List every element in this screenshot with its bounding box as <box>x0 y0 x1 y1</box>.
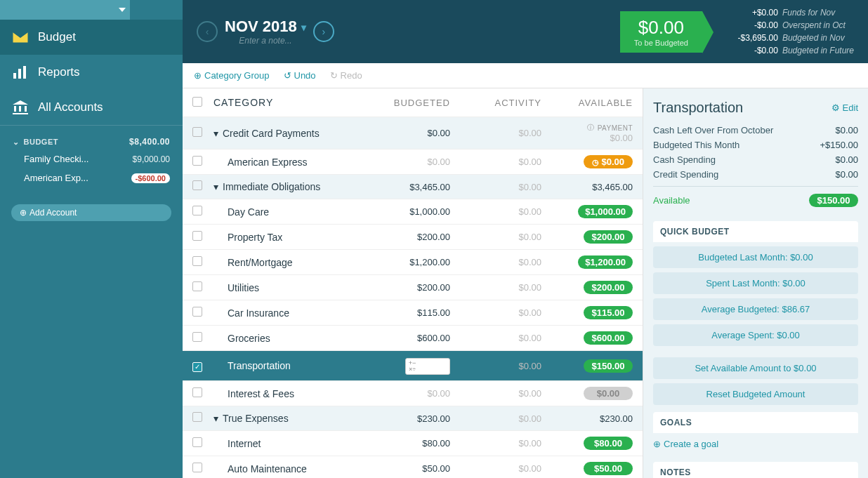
header-category: CATEGORY <box>213 97 359 108</box>
nav-budget[interactable]: Budget <box>0 20 183 55</box>
available-pill[interactable]: $150.00 <box>584 359 633 373</box>
category-budgeted[interactable]: $50.00 <box>359 463 450 474</box>
svg-rect-2 <box>23 66 26 79</box>
category-budgeted[interactable]: $80.00 <box>359 438 450 449</box>
category-row[interactable]: Auto Maintenance $50.00 $0.00 $50.00 <box>183 456 643 478</box>
account-row-amex[interactable]: American Exp... -$600.00 <box>10 168 173 187</box>
next-month-button[interactable]: › <box>313 21 334 42</box>
category-budgeted[interactable]: $1,000.00 <box>359 206 450 217</box>
category-budgeted[interactable]: $1,200.00 <box>359 257 450 267</box>
inspector-title: Transportation <box>653 100 743 116</box>
chevron-right-icon: › <box>322 26 326 37</box>
quick-budget-action-button[interactable]: Set Available Amount to $0.00 <box>653 357 858 379</box>
group-budgeted: $230.00 <box>359 413 450 424</box>
budgeted-input[interactable]: +−×÷150.00 <box>405 358 450 375</box>
stat-value: +$150.00 <box>820 140 858 150</box>
category-group-true-expenses[interactable]: ▾True Expenses $230.00 $0.00 $230.00 <box>183 406 643 431</box>
group-checkbox[interactable] <box>192 412 202 422</box>
category-row[interactable]: Property Tax $200.00 $0.00 $200.00 <box>183 225 643 250</box>
available-pill[interactable]: $200.00 <box>584 281 633 294</box>
category-row[interactable]: Interest & Fees $0.00 $0.00 $0.00 <box>183 381 643 406</box>
category-row-amex[interactable]: American Express $0.00 $0.00 ◷ $0.00 <box>183 150 643 175</box>
summary-amt: -$0.00 <box>723 44 778 57</box>
category-activity: $0.00 <box>450 361 541 371</box>
category-budgeted[interactable]: $115.00 <box>359 307 450 318</box>
quick-budget-button[interactable]: Budgeted Last Month: $0.00 <box>653 246 858 268</box>
month-label[interactable]: NOV 2018 ▾ Enter a note... <box>225 18 306 46</box>
category-row[interactable]: Car Insurance $115.00 $0.00 $115.00 <box>183 300 643 326</box>
available-pill[interactable]: $0.00 <box>584 387 633 400</box>
category-budgeted[interactable]: $600.00 <box>359 333 450 343</box>
group-name: Immediate Obligations <box>223 181 320 192</box>
available-pill[interactable]: $115.00 <box>584 306 633 319</box>
tbb-amount: $0.00 <box>634 17 688 39</box>
row-checkbox[interactable] <box>192 307 202 317</box>
nav-accounts[interactable]: All Accounts <box>0 90 183 125</box>
row-checkbox[interactable] <box>192 256 202 266</box>
category-row[interactable]: ✓ Transportation +−×÷150.00 $0.00 $150.0… <box>183 351 643 381</box>
category-budgeted[interactable]: $200.00 <box>359 232 450 242</box>
summary-amt: -$3,695.00 <box>723 32 778 44</box>
category-name: Transportation <box>213 360 359 371</box>
category-group-creditcards[interactable]: ▾Credit Card Payments $0.00 $0.00 ⓘPAYME… <box>183 117 643 150</box>
quick-budget-action-button[interactable]: Reset Budgeted Amount <box>653 383 858 405</box>
budget-accounts-group[interactable]: ⌄ Budget $8,400.00 <box>10 134 173 150</box>
quick-budget-button[interactable]: Average Spent: $0.00 <box>653 324 858 346</box>
available-pill[interactable]: $50.00 <box>584 462 633 475</box>
category-name: Day Care <box>213 206 359 218</box>
group-name: Credit Card Payments <box>223 128 320 139</box>
prev-month-button[interactable]: ‹ <box>197 21 218 42</box>
row-checkbox[interactable] <box>192 437 202 447</box>
row-checkbox[interactable] <box>192 231 202 241</box>
add-category-group-button[interactable]: ⊕ Category Group <box>194 70 270 81</box>
row-checkbox[interactable] <box>192 206 202 215</box>
stat-label: Cash Spending <box>653 154 716 165</box>
row-checkbox[interactable]: ✓ <box>192 362 202 372</box>
create-goal-button[interactable]: ⊕ Create a goal <box>653 433 858 455</box>
available-pill[interactable]: $80.00 <box>584 437 633 450</box>
category-row[interactable]: Rent/Mortgage $1,200.00 $0.00 $1,200.00 <box>183 250 643 275</box>
caret-down-icon: ▾ <box>213 413 218 424</box>
category-budgeted[interactable]: $200.00 <box>359 282 450 293</box>
budget-selector-dropdown[interactable] <box>0 0 130 20</box>
undo-button[interactable]: ↺ Undo <box>284 70 316 81</box>
edit-category-button[interactable]: ⚙ Edit <box>831 102 858 113</box>
budget-group-balance: $8,400.00 <box>129 137 170 147</box>
nav-reports[interactable]: Reports <box>0 55 183 90</box>
quick-budget-button[interactable]: Average Budgeted: $86.67 <box>653 298 858 320</box>
category-budgeted[interactable]: $0.00 <box>359 157 450 167</box>
row-checkbox[interactable] <box>192 463 202 472</box>
redo-icon: ↻ <box>330 70 338 81</box>
available-pill[interactable]: ◷ $0.00 <box>584 155 633 168</box>
summary-label: Budgeted in Future <box>782 44 854 57</box>
quick-budget-button[interactable]: Spent Last Month: $0.00 <box>653 272 858 294</box>
header-available: AVAILABLE <box>541 98 633 108</box>
category-budgeted[interactable]: $0.00 <box>359 388 450 399</box>
available-pill[interactable]: $600.00 <box>584 331 633 345</box>
edit-label: Edit <box>843 102 858 113</box>
row-checkbox[interactable] <box>192 387 202 397</box>
budget-group-label: Budget <box>24 138 58 146</box>
category-row[interactable]: Day Care $1,000.00 $0.00 $1,000.00 <box>183 199 643 225</box>
add-account-button[interactable]: ⊕ Add Account <box>11 204 171 221</box>
available-pill[interactable]: $1,000.00 <box>578 205 633 218</box>
row-checkbox[interactable] <box>192 281 202 291</box>
select-all-checkbox[interactable] <box>192 97 202 107</box>
available-pill[interactable]: $1,200.00 <box>578 255 633 269</box>
row-checkbox[interactable] <box>192 332 202 342</box>
group-checkbox[interactable] <box>192 180 202 190</box>
month-note-placeholder[interactable]: Enter a note... <box>225 36 306 46</box>
category-row[interactable]: Utilities $200.00 $0.00 $200.00 <box>183 275 643 300</box>
category-name: Groceries <box>213 333 359 344</box>
account-balance-negative: -$600.00 <box>131 173 170 183</box>
redo-button[interactable]: ↻ Redo <box>330 70 362 81</box>
category-row[interactable]: Groceries $600.00 $0.00 $600.00 <box>183 326 643 351</box>
row-checkbox[interactable] <box>192 156 202 166</box>
available-pill[interactable]: $200.00 <box>584 230 633 244</box>
category-group-immediate[interactable]: ▾Immediate Obligations $3,465.00 $0.00 $… <box>183 175 643 199</box>
category-row[interactable]: Internet $80.00 $0.00 $80.00 <box>183 431 643 456</box>
category-activity: $0.00 <box>450 206 541 217</box>
account-row-checking[interactable]: Family Checki... $9,000.00 <box>10 150 173 168</box>
stat-value: $0.00 <box>835 169 858 180</box>
group-checkbox[interactable] <box>192 127 202 137</box>
